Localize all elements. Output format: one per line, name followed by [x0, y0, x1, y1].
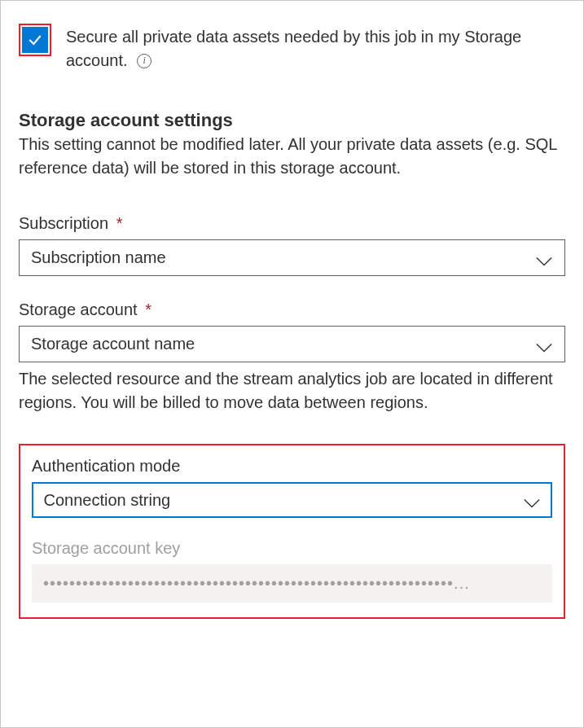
required-marker: * [116, 214, 123, 232]
subscription-field: Subscription * Subscription name [19, 214, 565, 276]
storage-key-field: Storage account key ••••••••••••••••••••… [32, 539, 552, 603]
subscription-label-text: Subscription [19, 214, 108, 232]
secure-data-label-wrap: Secure all private data assets needed by… [66, 24, 565, 72]
section-description: This setting cannot be modified later. A… [19, 133, 565, 180]
chevron-down-icon [535, 339, 553, 350]
storage-account-helper: The selected resource and the stream ana… [19, 367, 565, 414]
authentication-highlight: Authentication mode Connection string St… [19, 444, 565, 619]
subscription-select[interactable]: Subscription name [19, 239, 565, 276]
storage-account-value: Storage account name [31, 335, 195, 353]
auth-mode-label: Authentication mode [32, 457, 552, 476]
storage-account-field: Storage account * Storage account name T… [19, 300, 565, 414]
section-title: Storage account settings [19, 110, 565, 131]
storage-account-label: Storage account * [19, 300, 565, 319]
subscription-label: Subscription * [19, 214, 565, 233]
auth-mode-select[interactable]: Connection string [32, 482, 552, 518]
storage-account-label-text: Storage account [19, 300, 138, 318]
auth-mode-value: Connection string [44, 491, 171, 510]
storage-key-input[interactable]: ••••••••••••••••••••••••••••••••••••••••… [32, 564, 552, 603]
chevron-down-icon [523, 494, 541, 506]
chevron-down-icon [535, 252, 553, 264]
subscription-value: Subscription name [31, 248, 166, 267]
required-marker: * [145, 300, 151, 318]
storage-key-label: Storage account key [32, 539, 552, 558]
check-icon [27, 32, 43, 48]
auth-mode-field: Authentication mode Connection string [32, 457, 552, 518]
settings-panel: Secure all private data assets needed by… [0, 0, 584, 728]
secure-data-checkbox-row: Secure all private data assets needed by… [19, 24, 565, 72]
secure-data-checkbox[interactable] [22, 27, 48, 53]
info-icon[interactable]: i [137, 54, 151, 68]
secure-data-label: Secure all private data assets needed by… [66, 28, 521, 69]
storage-account-select[interactable]: Storage account name [19, 326, 565, 362]
checkbox-highlight [19, 24, 51, 56]
